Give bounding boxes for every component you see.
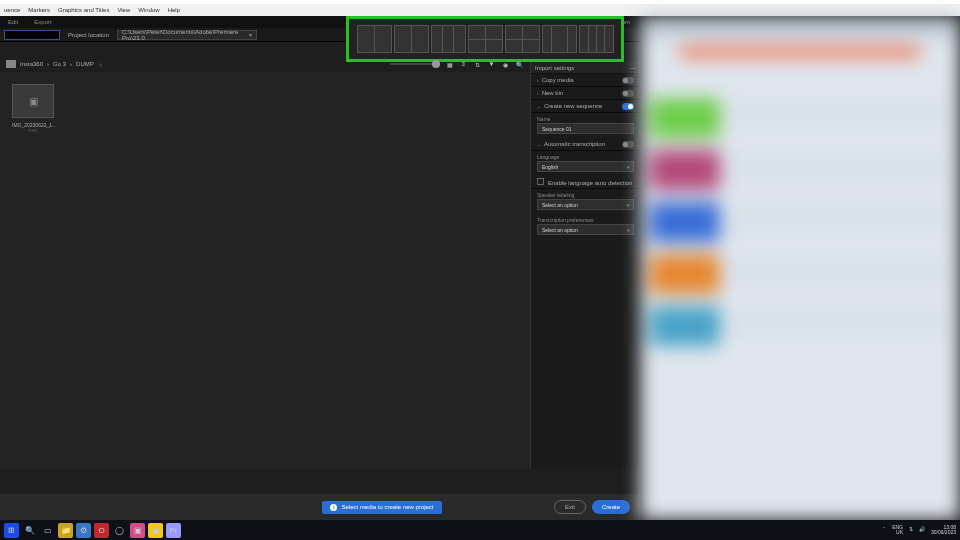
tab-edit[interactable]: Edit bbox=[0, 19, 26, 25]
taskbar-explorer-icon[interactable]: 📁 bbox=[58, 523, 73, 538]
layout-option-5[interactable] bbox=[505, 25, 540, 53]
info-icon: i bbox=[330, 504, 337, 511]
menu-sequence[interactable]: uence bbox=[4, 7, 20, 13]
windows-taskbar: ⊞ 🔍 ▭ 📁 ⚙ O ◯ ▣ ▣ Pr ˄ ENG UK ⇅ 🔊 13:08 … bbox=[0, 520, 960, 540]
chevron-right-icon: › bbox=[537, 90, 539, 96]
exit-button[interactable]: Exit bbox=[554, 500, 586, 514]
view-tools: ▦ ≡ ⇅ ▼ ◉ 🔍 bbox=[300, 56, 530, 72]
project-location-label: Project location bbox=[68, 32, 109, 38]
background-window bbox=[640, 16, 960, 520]
project-path-dropdown[interactable]: C:\Users\Peter\Documents\Adobe\Premiere … bbox=[117, 30, 257, 40]
chevron-down-icon: ▾ bbox=[627, 164, 633, 170]
copy-media-row[interactable]: ›Copy media bbox=[531, 74, 640, 87]
footer-tip: i Select media to create new project bbox=[322, 501, 441, 514]
project-name-input[interactable] bbox=[4, 30, 60, 40]
speaker-dropdown[interactable]: Select an option▾ bbox=[537, 199, 634, 210]
start-button[interactable]: ⊞ bbox=[4, 523, 19, 538]
crumb-1[interactable]: Insta360 bbox=[20, 61, 43, 67]
import-settings-panel: Import settings ⋯ ›Copy media ›New bin ⌄… bbox=[530, 62, 640, 469]
crumb-2[interactable]: Go 3 bbox=[53, 61, 66, 67]
language-dropdown[interactable]: English▾ bbox=[537, 161, 634, 172]
tray-wifi-icon[interactable]: ⇅ bbox=[909, 527, 913, 533]
grid-view-icon[interactable]: ▦ bbox=[445, 60, 454, 69]
favorite-icon[interactable]: ☆ bbox=[98, 61, 103, 68]
layout-option-2[interactable] bbox=[394, 25, 429, 53]
premiere-app: Edit Export No Project Open Project loca… bbox=[0, 16, 640, 520]
layout-option-1[interactable] bbox=[357, 25, 392, 53]
menu-graphics[interactable]: Graphics and Titles bbox=[58, 7, 109, 13]
eye-icon[interactable]: ◉ bbox=[501, 60, 510, 69]
taskbar-settings-icon[interactable]: ⚙ bbox=[76, 523, 91, 538]
tray-chevron-icon[interactable]: ˄ bbox=[883, 527, 886, 533]
search-icon[interactable]: 🔍 bbox=[515, 60, 524, 69]
list-view-icon[interactable]: ≡ bbox=[459, 60, 468, 69]
image-icon: ▣ bbox=[12, 84, 54, 118]
taskbar-search-icon[interactable]: 🔍 bbox=[22, 523, 37, 538]
chevron-down-icon: ▾ bbox=[249, 31, 252, 38]
language-label: Language bbox=[531, 151, 640, 161]
layout-option-4[interactable] bbox=[468, 25, 503, 53]
seq-name-label: Name bbox=[531, 113, 640, 123]
layout-option-3[interactable] bbox=[431, 25, 466, 53]
prefs-dropdown[interactable]: Select an option▾ bbox=[537, 224, 634, 235]
drive-icon bbox=[6, 60, 16, 68]
crumb-3[interactable]: DUMP bbox=[76, 61, 94, 67]
chevron-right-icon: › bbox=[537, 77, 539, 83]
autodetect-checkbox[interactable] bbox=[537, 178, 544, 185]
new-bin-toggle[interactable] bbox=[622, 90, 634, 97]
copy-media-toggle[interactable] bbox=[622, 77, 634, 84]
auto-transcription-row[interactable]: ⌄Automatic transcription bbox=[531, 138, 640, 151]
tab-export[interactable]: Export bbox=[26, 19, 59, 25]
footer-bar: i Select media to create new project Exi… bbox=[0, 494, 640, 520]
create-button[interactable]: Create bbox=[592, 500, 630, 514]
thumb-ext: DNG bbox=[12, 128, 54, 133]
speaker-label: Speaker labeling bbox=[531, 189, 640, 199]
media-grid[interactable]: ▣ IMG_20230622_1… DNG bbox=[0, 72, 530, 469]
auto-transcription-toggle[interactable] bbox=[622, 141, 634, 148]
create-sequence-row[interactable]: ⌄Create new sequence bbox=[531, 100, 640, 113]
new-bin-row[interactable]: ›New bin bbox=[531, 87, 640, 100]
project-path-text: C:\Users\Peter\Documents\Adobe\Premiere … bbox=[122, 29, 249, 41]
media-thumbnail[interactable]: ▣ IMG_20230622_1… DNG bbox=[12, 84, 54, 133]
chevron-down-icon: ⌄ bbox=[537, 141, 541, 147]
menu-markers[interactable]: Markers bbox=[28, 7, 50, 13]
tray-clock[interactable]: 13:08 30/06/2023 bbox=[931, 525, 956, 536]
taskbar-steam-icon[interactable]: ◯ bbox=[112, 523, 127, 538]
menu-help[interactable]: Help bbox=[168, 7, 180, 13]
chevron-down-icon: ▾ bbox=[627, 227, 633, 233]
thumbnail-size-slider[interactable] bbox=[390, 63, 440, 65]
taskbar-app-icon[interactable]: ▣ bbox=[130, 523, 145, 538]
autodetect-row[interactable]: Enable language auto detection bbox=[531, 176, 640, 189]
chevron-down-icon: ▾ bbox=[627, 202, 633, 208]
system-tray[interactable]: ˄ ENG UK ⇅ 🔊 13:08 30/06/2023 bbox=[883, 525, 956, 536]
taskbar-taskview-icon[interactable]: ▭ bbox=[40, 523, 55, 538]
more-icon[interactable]: ⋯ bbox=[630, 64, 636, 71]
import-settings-header: Import settings ⋯ bbox=[531, 62, 640, 74]
sequence-name-input[interactable]: Sequence 01 bbox=[537, 123, 634, 134]
prefs-label: Transcription preferences bbox=[531, 214, 640, 224]
create-sequence-toggle[interactable] bbox=[622, 103, 634, 110]
sort-icon[interactable]: ⇅ bbox=[473, 60, 482, 69]
layout-option-6[interactable] bbox=[542, 25, 577, 53]
taskbar-app2-icon[interactable]: ▣ bbox=[148, 523, 163, 538]
chevron-down-icon: ⌄ bbox=[537, 103, 541, 109]
tray-sound-icon[interactable]: 🔊 bbox=[919, 527, 925, 533]
taskbar-opera-icon[interactable]: O bbox=[94, 523, 109, 538]
menu-view[interactable]: View bbox=[117, 7, 130, 13]
taskbar-premiere-icon[interactable]: Pr bbox=[166, 523, 181, 538]
layout-option-7[interactable] bbox=[579, 25, 614, 53]
menu-window[interactable]: Window bbox=[138, 7, 159, 13]
menu-bar: uence Markers Graphics and Titles View W… bbox=[0, 4, 960, 16]
filter-icon[interactable]: ▼ bbox=[487, 60, 496, 69]
